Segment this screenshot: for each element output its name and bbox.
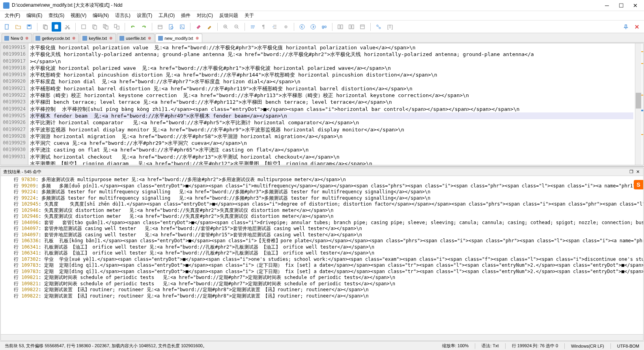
marker[interactable] [641, 51, 643, 52]
search-result-row[interactable]: 行 104096: 套管 套管[tào guǎn]1.</span><span … [2, 220, 642, 226]
search-result-row[interactable]: 行 109821: 定期测试时间表 schedule of periodic t… [2, 281, 642, 287]
code-line[interactable]: 水平测量图 【航空】 rigging diagram 见:<a href="bw… [30, 160, 633, 165]
tab-close-icon[interactable]: ⊗ [24, 36, 29, 41]
go-icon[interactable]: go [319, 22, 329, 32]
window-icon[interactable] [358, 22, 367, 32]
tab-getkeycode[interactable]: getkeycode.txt⊗ [33, 34, 79, 42]
marker[interactable] [641, 134, 643, 135]
code-line[interactable]: 水平桶形畸变 horizontal barrel distortion 见:<a… [30, 85, 633, 92]
ime-indicator[interactable]: S [634, 180, 643, 189]
menu-compare[interactable]: 对比(C) [194, 11, 216, 20]
indent-icon[interactable] [270, 22, 280, 32]
settings-icon[interactable] [281, 22, 291, 32]
redo-icon[interactable] [139, 22, 149, 32]
code-line[interactable]: 水平比测计 horizontal comparator 见:<a href="b… [30, 119, 633, 126]
tab-close-icon[interactable]: ⊗ [108, 36, 113, 41]
zoom-out-icon[interactable] [232, 22, 241, 32]
menu-file[interactable]: 文件(F) [2, 11, 23, 20]
search-result-row[interactable]: 行 106336: 孔板 孔板[kǒng bǎn]1.</span><span … [2, 238, 642, 244]
code-line[interactable]: 水平浇注 casting on flat 见:<a href="bword://… [30, 146, 633, 153]
copy-icon[interactable] [41, 22, 50, 32]
code-line[interactable]: ></span>\n [30, 58, 633, 65]
flow-icon[interactable] [374, 22, 383, 32]
duplicate-icon[interactable] [79, 22, 88, 32]
tab-close-icon[interactable]: ⊗ [147, 36, 152, 41]
search-result-row[interactable]: 行 106341: 孔板测试器 【油工】 orifice well tester… [2, 250, 642, 256]
search-result-row[interactable]: 行 102946: 失真度测试仪 distortion meter 见:<a h… [2, 208, 642, 214]
splitter[interactable] [0, 166, 644, 167]
search-results-list[interactable]: 行 97830: 多用途测试仪表 multipurpose meter 见:<a… [1, 176, 643, 334]
multi-copy-icon[interactable] [101, 22, 110, 32]
search-result-row[interactable]: 行 102946: 失真度测试仪 distortion meter 见:<a h… [2, 213, 642, 220]
code-line[interactable]: 水平梯田 bench terrace; level terrace 见:<a h… [30, 99, 633, 105]
multi-copy2-icon[interactable] [112, 22, 121, 32]
vertical-scrollbar[interactable] [635, 43, 641, 165]
new-file-icon[interactable] [2, 22, 12, 32]
search-restore-icon[interactable]: ❐ [628, 169, 635, 175]
calendar-icon[interactable] [155, 22, 165, 32]
minimize-button[interactable]: ─ [601, 2, 612, 9]
code-line[interactable]: 水平标度盘 horizon dial 见:<a href="bword://水平… [30, 78, 633, 85]
code-line[interactable]: 水平梯形（畸变）校正 horizontal keystone correctio… [30, 92, 633, 99]
search-result-row[interactable]: 行 104097: 套管井地层测试器 casing well tester 见:… [2, 226, 642, 232]
menu-edit[interactable]: 编辑(E) [23, 11, 45, 20]
menu-search[interactable]: 查找(S) [45, 11, 67, 20]
menu-language[interactable]: 语言(L) [112, 11, 134, 20]
tab-close-icon[interactable]: ⊗ [71, 36, 76, 41]
nav-forward-icon[interactable] [308, 22, 318, 32]
marker-strip[interactable] [641, 43, 643, 165]
code-line[interactable]: 水平波形监视器 horizontal display monitor 见:<a … [30, 126, 633, 133]
search-result-row[interactable]: 行 99224: 多频测试器 tester for multifrequency… [2, 195, 642, 202]
search-result-row[interactable]: 行 97830: 多用途测试仪表 multipurpose meter 见:<a… [2, 177, 642, 183]
pilcrow-icon[interactable]: ¶ [259, 22, 269, 32]
code-line[interactable]: 水平横木 fender beam 见:<a href="bword://水平#p… [30, 112, 633, 119]
copy2-icon[interactable] [90, 22, 99, 32]
tab-userfile[interactable]: userfile.txt⊗ [117, 34, 155, 42]
marker[interactable] [641, 95, 643, 95]
horizontal-scrollbar[interactable] [1, 334, 643, 341]
menu-settings[interactable]: 设置(T) [134, 11, 155, 20]
close-button[interactable]: ✕ [630, 2, 641, 9]
tab-keyfile[interactable]: keyfile.txt⊗ [80, 34, 116, 42]
status-eol[interactable]: Windows(CR LF) [569, 344, 606, 348]
code-line[interactable]: 水平测试 horizontal checkout 见:<a href="bwor… [30, 153, 633, 160]
image-icon[interactable] [177, 22, 187, 32]
scrollbar-thumb[interactable] [636, 93, 641, 109]
search-doc-icon[interactable] [166, 22, 176, 32]
marker[interactable] [641, 63, 643, 64]
code-line[interactable]: 水平枕形畸变 horizontal pincushion distortion … [30, 71, 633, 78]
search-result-row[interactable]: 行 109821: 定期测试时间表 schedule of periodic t… [2, 275, 642, 281]
code-line[interactable]: 水平洄游 horizontal migration 见:<a href="bwo… [30, 133, 633, 140]
paste-icon[interactable] [52, 22, 61, 32]
status-zoom[interactable]: 缩放率: 100% [441, 343, 470, 349]
search-result-row[interactable]: 行 102945: 失真度 失真度[shī zhēn dù]1.</span><… [2, 201, 642, 208]
pin-icon[interactable] [621, 22, 631, 32]
undo-icon[interactable] [128, 22, 138, 32]
search-result-row[interactable]: 行 106341: 孔板测试器 【油工】 orifice well tester… [2, 244, 642, 251]
tab-new0[interactable]: New 0⊗ [2, 34, 32, 42]
search-result-row[interactable]: 行 104097: 套管井地层测试器 casing well tester 见:… [2, 232, 642, 238]
code-line[interactable]: 水平棒控制 水平棒控制[shuǐ píng bàng kòng zhì]1.</… [30, 106, 633, 112]
split-icon[interactable] [336, 22, 345, 32]
search-result-row[interactable]: 行 109783: 定期 定期[dìng qī]1.</span><span c… [2, 262, 642, 269]
code-line[interactable]: 水平洞穴 cueva 见:<a href="bword://水平#phr29">… [30, 140, 633, 146]
search-result-row[interactable]: 行 107302: 学业 学业[xué yè]1.</span><span cl… [2, 256, 642, 263]
split2-icon[interactable] [347, 22, 356, 32]
search-close-icon[interactable]: ✕ [635, 169, 641, 175]
bracket-icon[interactable]: [T] [385, 22, 394, 32]
search-result-row[interactable]: 行 109822: 定期测试装置 【讯】routiner; routineer … [2, 287, 642, 293]
menu-encoding[interactable]: 编码(N) [90, 11, 112, 20]
tab-newmodify[interactable]: new_modify.txt⊗ [155, 34, 202, 42]
tab-close-icon[interactable]: ⊗ [195, 36, 200, 41]
search-result-row[interactable]: 行 99224: 多频测试器 tester for multifrequency… [2, 189, 642, 195]
menu-feedback[interactable]: 反馈问题 [216, 11, 241, 20]
menu-view[interactable]: 视图(V) [67, 11, 90, 20]
code-line[interactable]: 水平极化值 horizontal polarization value 见:<a… [30, 44, 633, 51]
brush-icon[interactable] [205, 22, 214, 32]
search-result-row[interactable]: 行 109822: 定期测试装置 【讯】routiner; routineer … [2, 293, 642, 299]
zoom-in-icon[interactable] [221, 22, 230, 32]
menu-plugins[interactable]: 插件 [178, 11, 194, 20]
maximize-button[interactable]: ☐ [616, 2, 627, 9]
eraser-icon[interactable] [194, 22, 203, 32]
status-encoding[interactable]: UTF8-BOM [616, 344, 641, 348]
